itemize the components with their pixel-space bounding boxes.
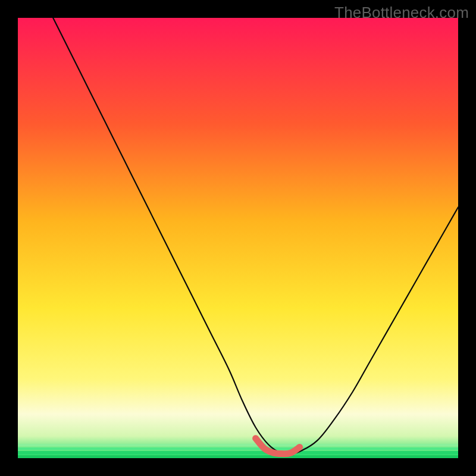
- chart-plot-area: [18, 18, 458, 458]
- valley-highlight: [256, 439, 300, 454]
- chart-curve-layer: [18, 18, 458, 458]
- chart-frame: TheBottleneck.com: [0, 0, 476, 476]
- bottleneck-curve: [53, 18, 458, 455]
